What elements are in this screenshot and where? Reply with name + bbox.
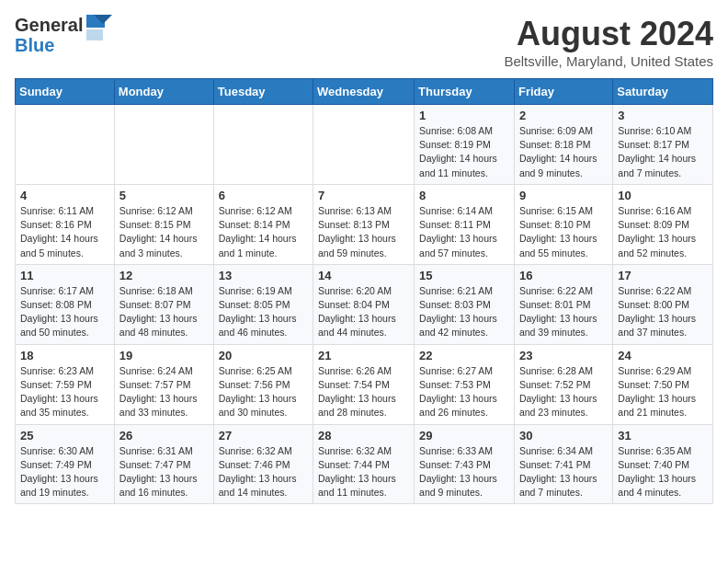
day-info: Sunrise: 6:32 AM Sunset: 7:46 PM Dayligh…: [219, 444, 308, 500]
day-info: Sunrise: 6:24 AM Sunset: 7:57 PM Dayligh…: [119, 364, 209, 420]
calendar-week-row: 11Sunrise: 6:17 AM Sunset: 8:08 PM Dayli…: [16, 264, 713, 344]
calendar-cell: 10Sunrise: 6:16 AM Sunset: 8:09 PM Dayli…: [613, 184, 713, 264]
calendar-cell: 17Sunrise: 6:22 AM Sunset: 8:00 PM Dayli…: [613, 264, 713, 344]
column-header-saturday: Saturday: [613, 79, 713, 105]
calendar-cell: 6Sunrise: 6:12 AM Sunset: 8:14 PM Daylig…: [213, 184, 313, 264]
day-number: 18: [20, 349, 109, 362]
day-info: Sunrise: 6:32 AM Sunset: 7:44 PM Dayligh…: [318, 444, 409, 500]
day-number: 2: [519, 109, 608, 122]
calendar-cell: 26Sunrise: 6:31 AM Sunset: 7:47 PM Dayli…: [114, 424, 213, 504]
day-number: 17: [618, 269, 708, 282]
day-info: Sunrise: 6:28 AM Sunset: 7:52 PM Dayligh…: [519, 364, 608, 420]
calendar-cell: 14Sunrise: 6:20 AM Sunset: 8:04 PM Dayli…: [313, 264, 415, 344]
svg-marker-2: [86, 29, 103, 40]
logo: GeneralBlue: [15, 15, 112, 55]
day-number: 24: [618, 349, 708, 362]
day-number: 19: [119, 349, 209, 362]
day-number: 5: [119, 189, 209, 202]
day-number: 1: [419, 109, 509, 122]
column-header-friday: Friday: [514, 79, 612, 105]
day-info: Sunrise: 6:15 AM Sunset: 8:10 PM Dayligh…: [519, 204, 608, 260]
day-info: Sunrise: 6:12 AM Sunset: 8:15 PM Dayligh…: [119, 204, 209, 260]
calendar-cell: 4Sunrise: 6:11 AM Sunset: 8:16 PM Daylig…: [16, 184, 115, 264]
calendar-cell: 15Sunrise: 6:21 AM Sunset: 8:03 PM Dayli…: [415, 264, 515, 344]
calendar-week-row: 25Sunrise: 6:30 AM Sunset: 7:49 PM Dayli…: [16, 424, 713, 504]
calendar-cell: 16Sunrise: 6:22 AM Sunset: 8:01 PM Dayli…: [514, 264, 612, 344]
calendar-cell: 8Sunrise: 6:14 AM Sunset: 8:11 PM Daylig…: [415, 184, 515, 264]
day-number: 14: [318, 269, 409, 282]
calendar-cell: 28Sunrise: 6:32 AM Sunset: 7:44 PM Dayli…: [313, 424, 415, 504]
day-number: 7: [318, 189, 409, 202]
day-info: Sunrise: 6:33 AM Sunset: 7:43 PM Dayligh…: [419, 444, 509, 500]
calendar-cell: 9Sunrise: 6:15 AM Sunset: 8:10 PM Daylig…: [514, 184, 612, 264]
day-number: 30: [519, 429, 608, 442]
column-header-sunday: Sunday: [16, 79, 115, 105]
day-info: Sunrise: 6:30 AM Sunset: 7:49 PM Dayligh…: [20, 444, 109, 500]
calendar-cell: 20Sunrise: 6:25 AM Sunset: 7:56 PM Dayli…: [213, 344, 313, 424]
calendar-cell: [213, 105, 313, 185]
calendar-cell: 22Sunrise: 6:27 AM Sunset: 7:53 PM Dayli…: [415, 344, 515, 424]
calendar-table: SundayMondayTuesdayWednesdayThursdayFrid…: [15, 78, 713, 504]
day-info: Sunrise: 6:22 AM Sunset: 8:01 PM Dayligh…: [519, 284, 608, 340]
day-info: Sunrise: 6:11 AM Sunset: 8:16 PM Dayligh…: [20, 204, 109, 260]
day-number: 29: [419, 429, 509, 442]
day-info: Sunrise: 6:09 AM Sunset: 8:18 PM Dayligh…: [519, 124, 608, 180]
calendar-cell: 7Sunrise: 6:13 AM Sunset: 8:13 PM Daylig…: [313, 184, 415, 264]
column-header-monday: Monday: [114, 79, 213, 105]
calendar-cell: 27Sunrise: 6:32 AM Sunset: 7:46 PM Dayli…: [213, 424, 313, 504]
day-number: 11: [20, 269, 109, 282]
calendar-cell: 21Sunrise: 6:26 AM Sunset: 7:54 PM Dayli…: [313, 344, 415, 424]
day-info: Sunrise: 6:12 AM Sunset: 8:14 PM Dayligh…: [219, 204, 308, 260]
subtitle: Beltsville, Maryland, United States: [504, 53, 713, 69]
calendar-cell: [114, 105, 213, 185]
calendar-cell: 5Sunrise: 6:12 AM Sunset: 8:15 PM Daylig…: [114, 184, 213, 264]
day-info: Sunrise: 6:31 AM Sunset: 7:47 PM Dayligh…: [119, 444, 209, 500]
day-info: Sunrise: 6:21 AM Sunset: 8:03 PM Dayligh…: [419, 284, 509, 340]
page-header: GeneralBlue August 2024 Beltsville, Mary…: [15, 15, 713, 69]
day-info: Sunrise: 6:14 AM Sunset: 8:11 PM Dayligh…: [419, 204, 509, 260]
calendar-cell: 3Sunrise: 6:10 AM Sunset: 8:17 PM Daylig…: [613, 105, 713, 185]
day-number: 6: [219, 189, 308, 202]
day-number: 31: [618, 429, 708, 442]
calendar-cell: 13Sunrise: 6:19 AM Sunset: 8:05 PM Dayli…: [213, 264, 313, 344]
day-number: 8: [419, 189, 509, 202]
calendar-cell: 24Sunrise: 6:29 AM Sunset: 7:50 PM Dayli…: [613, 344, 713, 424]
day-info: Sunrise: 6:29 AM Sunset: 7:50 PM Dayligh…: [618, 364, 708, 420]
day-info: Sunrise: 6:34 AM Sunset: 7:41 PM Dayligh…: [519, 444, 608, 500]
day-info: Sunrise: 6:20 AM Sunset: 8:04 PM Dayligh…: [318, 284, 409, 340]
main-title: August 2024: [504, 15, 713, 53]
day-info: Sunrise: 6:19 AM Sunset: 8:05 PM Dayligh…: [219, 284, 308, 340]
column-header-thursday: Thursday: [415, 79, 515, 105]
day-number: 15: [419, 269, 509, 282]
day-number: 25: [20, 429, 109, 442]
calendar-cell: 25Sunrise: 6:30 AM Sunset: 7:49 PM Dayli…: [16, 424, 115, 504]
day-info: Sunrise: 6:25 AM Sunset: 7:56 PM Dayligh…: [219, 364, 308, 420]
day-info: Sunrise: 6:17 AM Sunset: 8:08 PM Dayligh…: [20, 284, 109, 340]
day-info: Sunrise: 6:16 AM Sunset: 8:09 PM Dayligh…: [618, 204, 708, 260]
day-info: Sunrise: 6:10 AM Sunset: 8:17 PM Dayligh…: [618, 124, 708, 180]
day-number: 21: [318, 349, 409, 362]
day-info: Sunrise: 6:13 AM Sunset: 8:13 PM Dayligh…: [318, 204, 409, 260]
day-info: Sunrise: 6:22 AM Sunset: 8:00 PM Dayligh…: [618, 284, 708, 340]
calendar-cell: 12Sunrise: 6:18 AM Sunset: 8:07 PM Dayli…: [114, 264, 213, 344]
day-info: Sunrise: 6:23 AM Sunset: 7:59 PM Dayligh…: [20, 364, 109, 420]
day-number: 13: [219, 269, 308, 282]
day-number: 22: [419, 349, 509, 362]
day-number: 4: [20, 189, 109, 202]
calendar-week-row: 1Sunrise: 6:08 AM Sunset: 8:19 PM Daylig…: [16, 105, 713, 185]
calendar-cell: 29Sunrise: 6:33 AM Sunset: 7:43 PM Dayli…: [415, 424, 515, 504]
calendar-cell: 11Sunrise: 6:17 AM Sunset: 8:08 PM Dayli…: [16, 264, 115, 344]
calendar-cell: [16, 105, 115, 185]
day-info: Sunrise: 6:18 AM Sunset: 8:07 PM Dayligh…: [119, 284, 209, 340]
calendar-cell: 30Sunrise: 6:34 AM Sunset: 7:41 PM Dayli…: [514, 424, 612, 504]
calendar-header-row: SundayMondayTuesdayWednesdayThursdayFrid…: [16, 79, 713, 105]
day-info: Sunrise: 6:35 AM Sunset: 7:40 PM Dayligh…: [618, 444, 708, 500]
calendar-cell: 1Sunrise: 6:08 AM Sunset: 8:19 PM Daylig…: [415, 105, 515, 185]
day-info: Sunrise: 6:26 AM Sunset: 7:54 PM Dayligh…: [318, 364, 409, 420]
day-number: 28: [318, 429, 409, 442]
day-number: 20: [219, 349, 308, 362]
calendar-cell: 18Sunrise: 6:23 AM Sunset: 7:59 PM Dayli…: [16, 344, 115, 424]
calendar-cell: 31Sunrise: 6:35 AM Sunset: 7:40 PM Dayli…: [613, 424, 713, 504]
day-number: 9: [519, 189, 608, 202]
day-number: 10: [618, 189, 708, 202]
